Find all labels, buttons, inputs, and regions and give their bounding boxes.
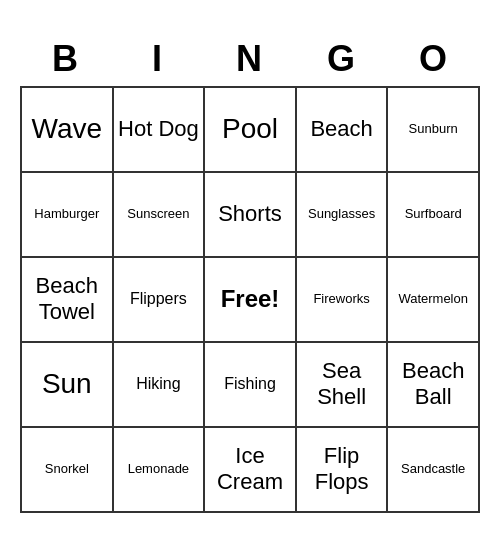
header-letter: B [20, 32, 112, 86]
cell-text: Sunglasses [308, 206, 375, 222]
cell-text: Ice Cream [209, 443, 291, 496]
cell-text: Snorkel [45, 461, 89, 477]
cell-text: Beach [310, 116, 372, 142]
bingo-cell: Fishing [205, 343, 297, 428]
bingo-cell: Wave [22, 88, 114, 173]
bingo-cell: Flippers [114, 258, 206, 343]
cell-text: Sunburn [409, 121, 458, 137]
cell-text: Fireworks [313, 291, 369, 307]
cell-text: Free! [221, 285, 280, 314]
bingo-cell: Beach [297, 88, 389, 173]
cell-text: Sunscreen [127, 206, 189, 222]
bingo-cell: Ice Cream [205, 428, 297, 513]
cell-text: Sun [42, 367, 92, 401]
bingo-cell: Free! [205, 258, 297, 343]
bingo-cell: Shorts [205, 173, 297, 258]
cell-text: Hiking [136, 374, 180, 393]
bingo-cell: Surfboard [388, 173, 480, 258]
cell-text: Shorts [218, 201, 282, 227]
bingo-cell: Watermelon [388, 258, 480, 343]
header-letter: I [112, 32, 204, 86]
cell-text: Beach Ball [392, 358, 474, 411]
cell-text: Flip Flops [301, 443, 383, 496]
bingo-cell: Hot Dog [114, 88, 206, 173]
bingo-cell: Sunscreen [114, 173, 206, 258]
cell-text: Hot Dog [118, 116, 199, 142]
cell-text: Surfboard [405, 206, 462, 222]
cell-text: Hamburger [34, 206, 99, 222]
header-letter: G [296, 32, 388, 86]
cell-text: Beach Towel [26, 273, 108, 326]
bingo-cell: Flip Flops [297, 428, 389, 513]
bingo-cell: Sunburn [388, 88, 480, 173]
cell-text: Watermelon [398, 291, 468, 307]
bingo-cell: Sea Shell [297, 343, 389, 428]
header-letter: N [204, 32, 296, 86]
bingo-grid: WaveHot DogPoolBeachSunburnHamburgerSuns… [20, 86, 480, 513]
cell-text: Wave [32, 112, 103, 146]
bingo-cell: Beach Towel [22, 258, 114, 343]
bingo-header: BINGO [20, 32, 480, 86]
bingo-cell: Snorkel [22, 428, 114, 513]
cell-text: Fishing [224, 374, 276, 393]
bingo-cell: Pool [205, 88, 297, 173]
bingo-cell: Beach Ball [388, 343, 480, 428]
bingo-cell: Hiking [114, 343, 206, 428]
bingo-cell: Sandcastle [388, 428, 480, 513]
cell-text: Flippers [130, 289, 187, 308]
cell-text: Pool [222, 112, 278, 146]
bingo-cell: Sun [22, 343, 114, 428]
cell-text: Lemonade [128, 461, 189, 477]
bingo-cell: Lemonade [114, 428, 206, 513]
bingo-cell: Hamburger [22, 173, 114, 258]
cell-text: Sandcastle [401, 461, 465, 477]
bingo-cell: Fireworks [297, 258, 389, 343]
cell-text: Sea Shell [301, 358, 383, 411]
header-letter: O [388, 32, 480, 86]
bingo-card: BINGO WaveHot DogPoolBeachSunburnHamburg… [10, 22, 490, 523]
bingo-cell: Sunglasses [297, 173, 389, 258]
